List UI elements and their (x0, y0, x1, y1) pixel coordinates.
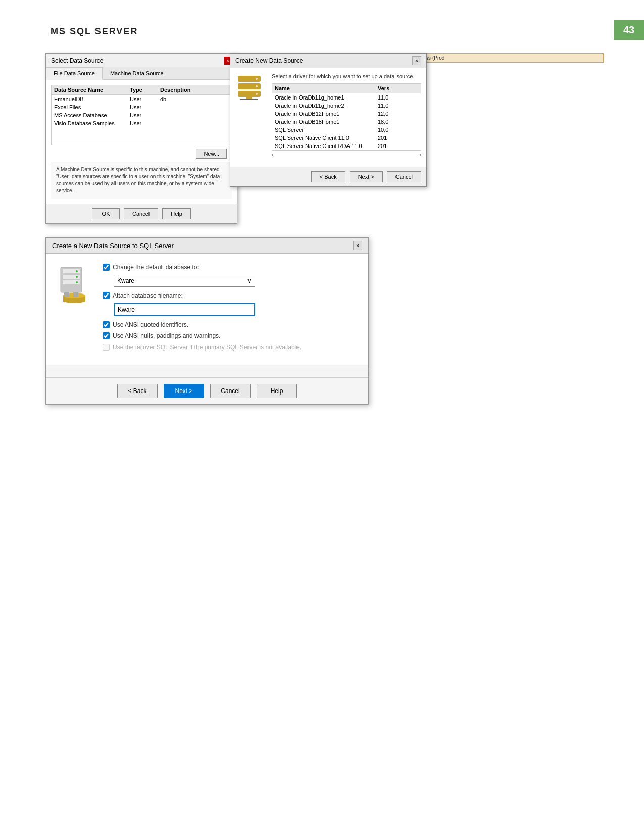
ok-button[interactable]: OK (92, 208, 120, 219)
table-row[interactable]: MS Access Database User (52, 111, 231, 119)
driver-name-3: Oracle in OraDB18Home1 (275, 119, 378, 125)
database-icon (235, 73, 263, 101)
page-number: 43 (614, 20, 644, 40)
ds-name-2: MS Access Database (54, 112, 130, 118)
ds-desc-2 (160, 112, 229, 118)
svg-point-14 (76, 281, 78, 283)
bottom-dialog-titlebar: Create a New Data Source to SQL Server × (46, 238, 368, 254)
dropdown-value: Kware (117, 277, 134, 284)
table-row[interactable]: EmanuelDB User db (52, 95, 231, 103)
page-title: MS SQL SERVER (51, 26, 138, 37)
create-ds-title: Create New Data Source (235, 57, 303, 64)
col-version-header: Vers (378, 85, 418, 91)
create-ds-titlebar: Create New Data Source × (230, 54, 426, 68)
driver-ver-5: 201 (378, 135, 418, 141)
ansi-quoted-label: Use ANSI quoted identifiers. (113, 321, 188, 328)
change-default-db-checkbox[interactable] (103, 264, 110, 271)
help-button[interactable]: Help (162, 208, 191, 219)
driver-row[interactable]: SQL Server 10.0 (272, 126, 421, 134)
default-db-dropdown[interactable]: Kware ∨ (114, 275, 255, 287)
bottom-dialog-close-button[interactable]: × (353, 241, 362, 250)
cancel-button[interactable]: Cancel (210, 384, 251, 398)
failover-label: Use the failover SQL Server if the prima… (113, 344, 301, 351)
bottom-dialog-form: Change the default database to: Kware ∨ … (103, 264, 360, 355)
cancel-button[interactable]: Cancel (124, 208, 158, 219)
driver-name-1: Oracle in OraDb11g_home2 (275, 103, 378, 109)
driver-row[interactable]: Oracle in OraDb11g_home1 11.0 (272, 93, 421, 102)
driver-row[interactable]: Oracle in OraDb11g_home2 11.0 (272, 102, 421, 110)
ds-name-1: Excel Files (54, 104, 130, 110)
svg-rect-18 (64, 292, 69, 297)
col-name-header: Data Source Name (54, 87, 130, 93)
ds-type-3: User (130, 120, 160, 126)
attach-db-textinput[interactable] (114, 303, 255, 316)
driver-row[interactable]: Oracle in OraDB12Home1 12.0 (272, 110, 421, 118)
create-ds-body: Select a driver for which you want to se… (230, 68, 426, 167)
tab-file-data-source[interactable]: File Data Source (46, 67, 103, 80)
svg-point-5 (256, 93, 258, 95)
ansi-nulls-row: Use ANSI nulls, paddings and warnings. (103, 332, 360, 339)
bottom-dialog-actions: < Back Next > Cancel Help (46, 377, 368, 404)
svg-point-3 (256, 78, 258, 80)
driver-name-4: SQL Server (275, 127, 378, 133)
ds-desc-1 (160, 104, 229, 110)
default-db-input-group: Kware ∨ (114, 275, 360, 287)
tab-machine-data-source[interactable]: Machine Data Source (103, 67, 171, 79)
bottom-dialog-content: Change the default database to: Kware ∨ … (46, 254, 368, 365)
driver-ver-1: 11.0 (378, 103, 418, 109)
back-button[interactable]: < Back (117, 384, 158, 398)
svg-point-12 (76, 270, 78, 272)
help-button[interactable]: Help (257, 384, 297, 398)
back-button[interactable]: < Back (311, 171, 345, 182)
create-datasource-dialog: Create New Data Source × Select a (230, 53, 427, 187)
ds-type-0: User (130, 96, 160, 102)
select-ds-body: Data Source Name Type Description Emanue… (46, 80, 237, 204)
dialog-divider (46, 371, 368, 371)
bottom-dialog-icon (54, 264, 94, 355)
ds-table-header: Data Source Name Type Description (51, 85, 232, 95)
driver-row[interactable]: Oracle in OraDB18Home1 18.0 (272, 118, 421, 126)
svg-point-4 (256, 85, 258, 87)
next-button[interactable]: Next > (350, 171, 383, 182)
col-desc-header: Description (160, 87, 229, 93)
driver-name-2: Oracle in OraDB12Home1 (275, 111, 378, 117)
create-ds-description: Select a driver for which you want to se… (272, 73, 421, 79)
driver-row[interactable]: SQL Server Native Client 11.0 201 (272, 134, 421, 142)
select-ds-actions: OK Cancel Help (46, 204, 237, 223)
driver-ver-6: 201 (378, 143, 418, 149)
ds-desc-3 (160, 120, 229, 126)
cancel-button[interactable]: Cancel (387, 171, 421, 182)
driver-row[interactable]: SQL Server Native Client RDA 11.0 201 (272, 142, 421, 150)
attach-db-label: Attach database filename: (113, 292, 183, 299)
driver-name-5: SQL Server Native Client 11.0 (275, 135, 378, 141)
failover-row: Use the failover SQL Server if the prima… (103, 344, 360, 351)
new-button[interactable]: New... (196, 149, 227, 159)
select-ds-titlebar: Select Data Source × (46, 54, 237, 67)
driver-name-0: Oracle in OraDb11g_home1 (275, 94, 378, 101)
server-icon (57, 266, 92, 304)
svg-point-13 (76, 276, 78, 278)
ansi-quoted-checkbox[interactable] (103, 321, 110, 328)
create-ds-close-button[interactable]: × (412, 56, 421, 65)
driver-name-6: SQL Server Native Client RDA 11.0 (275, 143, 378, 149)
ansi-quoted-row: Use ANSI quoted identifiers. (103, 321, 360, 328)
bottom-dialog-title: Create a New Data Source to SQL Server (52, 242, 174, 250)
driver-table-body: Oracle in OraDb11g_home1 11.0 Oracle in … (272, 93, 421, 151)
ds-footer: New... (51, 145, 232, 162)
failover-checkbox (103, 344, 110, 351)
create-sql-datasource-dialog: Create a New Data Source to SQL Server × (45, 237, 369, 405)
scroll-right-indicator: › (420, 152, 421, 158)
create-ds-actions: < Back Next > Cancel (230, 167, 426, 186)
table-row[interactable]: Visio Database Samples User (52, 119, 231, 127)
ds-table-body: EmanuelDB User db Excel Files User MS Ac… (51, 95, 232, 145)
ansi-nulls-checkbox[interactable] (103, 332, 110, 339)
col-type-header: Type (130, 87, 160, 93)
change-default-db-label: Change the default database to: (113, 264, 199, 271)
ds-name-3: Visio Database Samples (54, 120, 130, 126)
next-button[interactable]: Next > (164, 384, 204, 398)
svg-rect-7 (240, 99, 258, 100)
ds-name-0: EmanuelDB (54, 96, 130, 102)
col-name-header: Name (275, 85, 378, 91)
table-row[interactable]: Excel Files User (52, 103, 231, 111)
attach-db-checkbox[interactable] (103, 292, 110, 299)
